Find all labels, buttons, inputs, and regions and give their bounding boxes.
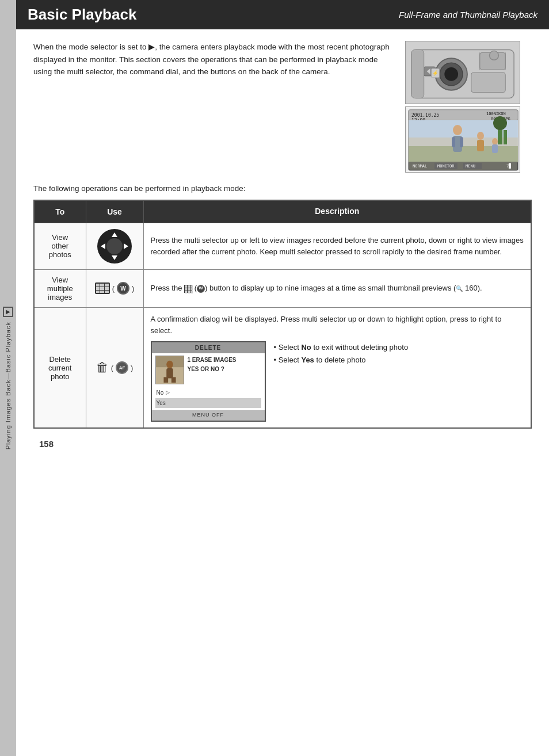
dialog-photo: [155, 356, 184, 384]
sidebar-label: Playing Images Back—Basic Playback: [5, 322, 12, 449]
af-button-icon: AF: [116, 361, 128, 374]
table-header-desc: Description: [143, 200, 531, 223]
page-header: Basic Playback Full-Frame and Thumbnail …: [16, 0, 549, 29]
table-row: Deletecurrentphoto 🗑 ( AF ) A confirmati…: [34, 307, 531, 428]
dialog-footer: MENU OFF: [152, 410, 265, 421]
table-header-use: Use: [86, 200, 143, 223]
w-button-icon: W: [117, 282, 129, 295]
delete-dialog: DELETE: [151, 341, 266, 422]
yes-label: Yes: [157, 399, 166, 408]
arrow-left-icon: [101, 243, 105, 249]
camera-top-image: ⚡: [405, 41, 520, 104]
svg-rect-26: [460, 137, 463, 147]
intro-section: When the mode selector is set to ▶, the …: [33, 41, 532, 173]
row-3-to: Deletecurrentphoto: [34, 307, 86, 428]
row-1-use: [86, 223, 143, 269]
row-2-desc: Press the (W) button to display up to ni…: [143, 269, 531, 307]
svg-point-23: [453, 125, 462, 135]
dialog-text: 1 ERASE IMAGESYES OR NO ?: [188, 356, 237, 384]
sidebar-icon: ▶: [3, 307, 13, 317]
svg-rect-8: [471, 72, 505, 93]
dialog-header: DELETE: [152, 342, 265, 354]
row-1-to: Viewotherphotos: [34, 223, 86, 269]
row-3-to-text: Deletecurrentphoto: [48, 355, 71, 381]
delete-paren-open: (: [111, 364, 113, 372]
row-1-to-text: Viewotherphotos: [49, 233, 71, 259]
svg-text:MENU: MENU: [466, 164, 475, 169]
svg-text:7▋: 7▋: [506, 163, 512, 169]
delete-bullet-2: Select Yes to delete photo: [274, 354, 409, 366]
dialog-options: No ▷ Yes: [152, 387, 265, 409]
table-header-to: To: [34, 200, 86, 223]
page-title: Basic Playback: [28, 6, 136, 24]
dialog-option-yes: Yes: [155, 398, 261, 408]
page-number: 158: [33, 439, 532, 449]
svg-rect-13: [411, 49, 424, 98]
row-3-desc-main: A confirmation dialog will be displayed.…: [151, 314, 524, 337]
page-body: When the mode selector is set to ▶, the …: [16, 29, 549, 460]
svg-point-3: [444, 67, 458, 81]
svg-text:2001.10.25: 2001.10.25: [411, 113, 439, 118]
svg-text:MONITOR: MONITOR: [437, 164, 455, 169]
svg-rect-44: [166, 369, 173, 379]
row-3-desc: A confirmation dialog will be displayed.…: [143, 307, 531, 428]
svg-point-27: [477, 132, 484, 140]
sidebar: ▶ Playing Images Back—Basic Playback: [0, 0, 16, 756]
paren-open-icon: (: [112, 284, 115, 293]
delete-desc-area: DELETE: [151, 341, 524, 422]
row-2-to-text: Viewmultipleimages: [47, 276, 73, 301]
table-row: Viewotherphotos: [34, 223, 531, 269]
svg-rect-30: [492, 144, 498, 153]
delete-paren-close: ): [131, 364, 133, 372]
arrow-right-icon: [124, 243, 128, 249]
svg-rect-46: [171, 377, 176, 383]
svg-text:⚡: ⚡: [432, 70, 439, 77]
svg-rect-28: [477, 140, 484, 151]
svg-point-7: [490, 51, 499, 60]
row-2-use: ( W ): [86, 269, 143, 307]
operations-table: To Use Description Viewotherphotos: [33, 200, 532, 429]
svg-point-32: [493, 116, 507, 130]
delete-bullet-1: Select No to exit without deleting photo: [274, 341, 409, 354]
svg-rect-33: [504, 130, 507, 144]
intro-images: ⚡ 2001.10.25 12:00 100NIKON: [405, 41, 532, 173]
row-1-desc: Press the multi selector up or left to v…: [143, 223, 531, 269]
paren-close-icon: ): [132, 284, 134, 293]
svg-rect-22: [409, 146, 518, 162]
arrow-up-icon: [112, 232, 117, 237]
main-content: Basic Playback Full-Frame and Thumbnail …: [16, 0, 549, 756]
svg-rect-25: [452, 137, 455, 147]
no-arrow-icon: ▷: [166, 389, 170, 397]
delete-bullets: Select No to exit without deleting photo…: [274, 341, 409, 366]
following-text: The following operations can be performe…: [33, 184, 532, 193]
svg-text:100NIKON: 100NIKON: [486, 112, 506, 116]
page-subtitle: Full-Frame and Thumbnail Playback: [399, 10, 537, 20]
svg-rect-45: [163, 377, 168, 383]
dialog-option-no: No ▷: [155, 388, 261, 398]
table-row: Viewmultipleimages ( W ): [34, 269, 531, 307]
multi-selector-icon: [97, 229, 132, 264]
intro-text: When the mode selector is set to ▶, the …: [33, 41, 394, 173]
svg-point-43: [166, 361, 173, 368]
row-2-to: Viewmultipleimages: [34, 269, 86, 307]
svg-text:NORMAL: NORMAL: [413, 164, 427, 169]
row-1-desc-text: Press the multi selector up or left to v…: [151, 236, 524, 256]
no-label: No: [157, 388, 164, 398]
arrow-down-icon: [112, 255, 117, 260]
dialog-body: 1 ERASE IMAGESYES OR NO ?: [152, 353, 265, 387]
svg-point-29: [492, 138, 498, 145]
row-2-desc-text: Press the (W) button to display up to ni…: [151, 284, 482, 292]
multi-selector-center: [106, 238, 123, 254]
camera-screen-image: 2001.10.25 12:00 100NIKON 0018.JPG: [405, 106, 520, 173]
row-3-use: 🗑 ( AF ): [86, 307, 143, 428]
grid-icon: [95, 282, 110, 294]
trash-icon: 🗑: [96, 360, 109, 375]
